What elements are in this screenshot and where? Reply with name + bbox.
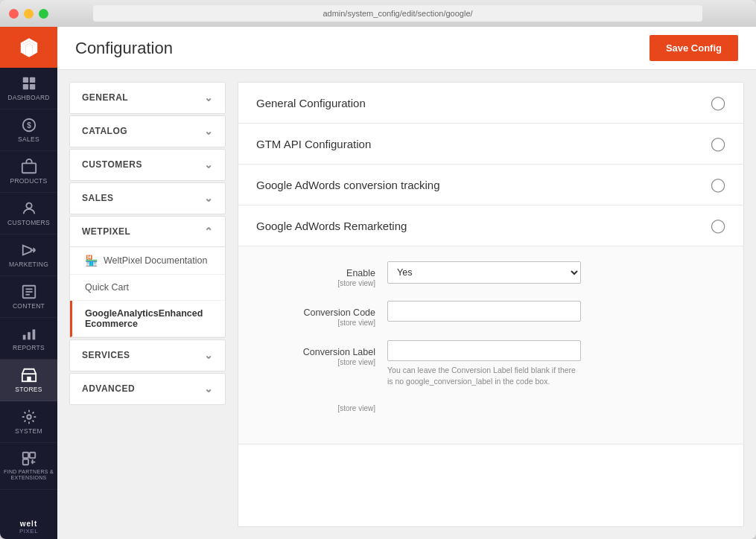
sidebar-logo: [0, 27, 57, 68]
conversion-code-input[interactable]: [387, 301, 581, 322]
sidebar-item-stores[interactable]: STORES: [0, 360, 57, 401]
conversion-label-label-col: Conversion Label [store view]: [268, 340, 387, 366]
sidebar-item-sales[interactable]: $ SALES: [0, 109, 57, 151]
left-nav: GENERAL ⌄ CATALOG ⌄ CUST: [69, 82, 226, 527]
content-icon: [21, 284, 37, 300]
extensions-label: FIND PARTNERS & EXTENSIONS: [3, 469, 54, 482]
svg-point-7: [26, 203, 31, 208]
magento-logo-icon: [17, 36, 41, 60]
stores-icon: [21, 367, 37, 383]
enable-sublabel: [store view]: [268, 279, 375, 287]
sidebar-item-system[interactable]: SYSTEM: [0, 401, 57, 443]
sidebar-item-marketing[interactable]: MARKETING: [0, 235, 57, 276]
conversion-code-row: Conversion Code [store view]: [268, 301, 714, 327]
conversion-code-input-col: [387, 301, 714, 322]
conversion-label-label: Conversion Label: [303, 347, 375, 357]
svg-rect-2: [22, 84, 28, 89]
content-label: CONTENT: [13, 302, 45, 310]
quick-cart-label: Quick Cart: [85, 282, 129, 293]
adwords-conversion-chevron-icon: ◯: [711, 176, 725, 193]
system-label: SYSTEM: [15, 427, 42, 435]
bottom-store-view-label-col: [store view]: [268, 400, 387, 412]
save-config-button[interactable]: Save Config: [649, 35, 738, 61]
config-section-header-gtm[interactable]: GTM API Configuration ◯: [238, 124, 743, 164]
sidebar-item-reports[interactable]: REPORTS: [0, 318, 57, 360]
general-config-chevron-icon: ◯: [711, 95, 725, 111]
nav-item-weltpixel-docs[interactable]: 🏪 WeltPixel Documentation: [70, 247, 225, 275]
sidebar: DASHBOARD $ SALES PRODUCTS: [0, 27, 57, 539]
welt-subtext: PIXEL: [19, 528, 38, 535]
config-section-header-general[interactable]: General Configuration ◯: [238, 83, 743, 123]
svg-rect-17: [28, 332, 31, 339]
wetpixel-chevron-icon: ⌃: [204, 226, 214, 237]
sidebar-item-extensions[interactable]: FIND PARTNERS & EXTENSIONS: [0, 443, 57, 490]
conversion-label-hint: You can leave the Conversion Label field…: [387, 365, 581, 386]
products-label: PRODUCTS: [10, 177, 47, 185]
adwords-conversion-title: Google AdWords conversion tracking: [256, 179, 440, 191]
advanced-label: ADVANCED: [82, 383, 135, 394]
sales-icon: $: [21, 117, 37, 133]
sidebar-item-products[interactable]: PRODUCTS: [0, 151, 57, 193]
general-chevron-icon: ⌄: [204, 92, 214, 103]
nav-section-header-wetpixel[interactable]: WETPIXEL ⌃: [70, 217, 225, 247]
general-label: GENERAL: [82, 92, 128, 103]
close-button[interactable]: [9, 9, 19, 19]
nav-section-header-sales[interactable]: SALES ⌄: [70, 183, 225, 214]
nav-section-header-services[interactable]: SERVICES ⌄: [70, 340, 225, 371]
marketing-label: MARKETING: [9, 261, 48, 268]
nav-item-ga-enhanced[interactable]: GoogleAnalyticsEnhanced Ecommerce: [70, 301, 225, 337]
sidebar-item-customers[interactable]: CUSTOMERS: [0, 193, 57, 235]
catalog-chevron-icon: ⌄: [204, 125, 214, 137]
sidebar-item-content[interactable]: CONTENT: [0, 276, 57, 318]
products-icon: [21, 159, 37, 175]
enable-select[interactable]: Yes No: [387, 261, 581, 284]
config-section-adwords-conversion: Google AdWords conversion tracking ◯: [238, 165, 743, 205]
remarketing-chevron-icon: ◯: [711, 217, 725, 234]
svg-marker-8: [22, 246, 31, 255]
wetpixel-sub-items: 🏪 WeltPixel Documentation Quick Cart Goo…: [70, 247, 225, 337]
nav-section-customers: CUSTOMERS ⌄: [69, 149, 226, 181]
welt-brand: welt PIXEL: [0, 514, 57, 539]
nav-section-header-general[interactable]: GENERAL ⌄: [70, 83, 225, 113]
nav-item-quick-cart[interactable]: Quick Cart: [70, 275, 225, 301]
svg-rect-23: [29, 453, 34, 458]
services-chevron-icon: ⌄: [204, 349, 214, 361]
url-bar[interactable]: admin/system_config/edit/section/google/: [93, 5, 702, 22]
url-text: admin/system_config/edit/section/google/: [323, 9, 472, 18]
dashboard-icon: [21, 75, 37, 92]
conversion-label-input-col: You can leave the Conversion Label field…: [387, 340, 714, 386]
svg-point-21: [27, 415, 31, 419]
system-icon: [21, 409, 37, 425]
enable-label-col: Enable [store view]: [268, 261, 387, 287]
conversion-label-sublabel: [store view]: [268, 358, 375, 366]
reports-icon: [21, 325, 37, 342]
enable-label: Enable: [346, 268, 375, 278]
bottom-store-view-row: [store view]: [268, 400, 714, 412]
sidebar-item-dashboard[interactable]: DASHBOARD: [0, 68, 57, 109]
nav-section-services: SERVICES ⌄: [69, 339, 226, 371]
stores-label: STORES: [15, 386, 42, 393]
config-section-header-remarketing[interactable]: Google AdWords Remarketing ◯: [238, 205, 743, 246]
page-title: Configuration: [75, 39, 173, 58]
config-section-general: General Configuration ◯: [238, 83, 743, 124]
enable-input-col: Yes No: [387, 261, 714, 284]
gtm-config-title: GTM API Configuration: [256, 138, 371, 150]
maximize-button[interactable]: [39, 9, 48, 19]
customers-icon: [21, 200, 37, 217]
nav-section-header-advanced[interactable]: ADVANCED ⌄: [70, 374, 225, 404]
config-section-gtm: GTM API Configuration ◯: [238, 124, 743, 165]
nav-section-sales: SALES ⌄: [69, 182, 226, 214]
gtm-config-chevron-icon: ◯: [711, 135, 725, 152]
main-window: admin/system_config/edit/section/google/: [0, 0, 756, 539]
svg-rect-6: [22, 163, 35, 173]
minimize-button[interactable]: [24, 9, 34, 19]
advanced-chevron-icon: ⌄: [204, 383, 214, 395]
conversion-code-label: Conversion Code: [303, 307, 375, 318]
nav-section-header-catalog[interactable]: CATALOG ⌄: [70, 116, 225, 147]
config-section-header-adwords-conversion[interactable]: Google AdWords conversion tracking ◯: [238, 165, 743, 205]
right-panel: General Configuration ◯ GTM API Configur…: [238, 82, 744, 527]
svg-rect-3: [29, 84, 34, 89]
conversion-label-input[interactable]: [387, 340, 581, 361]
nav-section-header-customers[interactable]: CUSTOMERS ⌄: [70, 150, 225, 180]
bottom-store-view-label: [store view]: [268, 404, 375, 412]
